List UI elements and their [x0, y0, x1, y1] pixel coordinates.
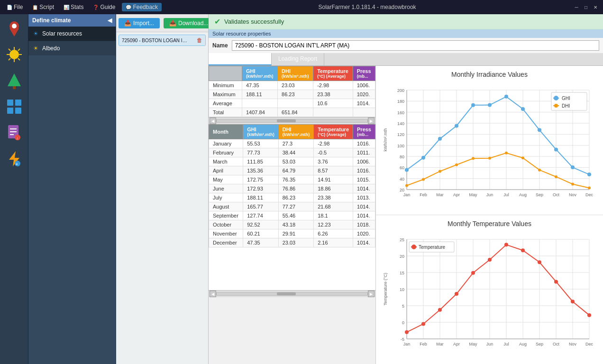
svg-text:May: May: [469, 192, 477, 197]
summary-table: GHI (kWh/m².mth) DHI (kWh/m².mth) Temper…: [209, 66, 375, 117]
sidebar-icon-bolt[interactable]: ≡: [2, 147, 26, 171]
scroll-right-btn-bottom[interactable]: ▶: [368, 291, 375, 297]
th-pres-label: Press: [357, 68, 371, 74]
scrollbar-thumb-top[interactable]: [277, 119, 296, 122]
svg-point-82: [538, 128, 541, 132]
svg-line-11: [9, 58, 10, 60]
svg-point-89: [455, 164, 458, 166]
monthly-table-row: April135.3664.798.571016.: [209, 166, 375, 175]
svg-rect-16: [7, 108, 13, 114]
svg-point-2: [12, 24, 17, 28]
maximize-button[interactable]: □: [582, 3, 590, 11]
content-split: GHI (kWh/m².mth) DHI (kWh/m².mth) Temper…: [209, 66, 603, 364]
th-monthly-pres-label: Press: [357, 127, 371, 132]
svg-text:5: 5: [402, 304, 404, 309]
albedo-label: Albedo: [42, 45, 60, 52]
nav-solar-resources[interactable]: ☀ Solar resources: [28, 27, 116, 41]
svg-point-86: [405, 184, 408, 187]
monthly-table-row: January55.5327.3-2.981016.: [209, 139, 375, 148]
svg-text:20: 20: [400, 188, 404, 192]
svg-point-74: [405, 168, 409, 172]
svg-point-76: [438, 137, 442, 141]
sidebar-icon-tree[interactable]: [2, 69, 26, 92]
scroll-right-btn[interactable]: ▶: [368, 118, 375, 124]
resource-item-label: 725090 - BOSTON LOGAN IN...: [122, 38, 188, 43]
tab-loading-report[interactable]: Loading Report: [272, 53, 324, 65]
th-dhi-label: DHI: [282, 68, 309, 74]
collapse-icon[interactable]: ◀: [108, 17, 112, 24]
svg-text:160: 160: [397, 110, 404, 115]
monthly-table-container[interactable]: Month GHI (kWh/m².mth) DHI (kWh/m².mth): [209, 124, 375, 290]
svg-text:140: 140: [397, 121, 404, 126]
scrollbar-track-top[interactable]: [216, 119, 368, 123]
monthly-table-row: August165.7777.2721.681014.: [209, 202, 375, 211]
scrollbar-track-bottom[interactable]: [216, 292, 368, 296]
check-icon: ✔: [214, 17, 220, 26]
nav-albedo[interactable]: ☀ Albedo: [28, 41, 116, 55]
summary-table-container[interactable]: GHI (kWh/m².mth) DHI (kWh/m².mth) Temper…: [209, 66, 375, 117]
svg-text:Oct: Oct: [553, 192, 560, 197]
svg-text:Apr: Apr: [453, 342, 460, 346]
svg-text:Aug: Aug: [519, 192, 527, 197]
monthly-table-row: September127.7455.4618.11014.: [209, 211, 375, 220]
window-title: SolarFarmer 1.0.181.4 - meadowbrook: [162, 4, 573, 10]
titlebar: 📄 File 📋 Script 📊 Stats ❓ Guide 💬 Feedba…: [0, 0, 603, 14]
validates-banner: ✔ Validates successfully: [209, 14, 603, 29]
svg-text:120: 120: [397, 132, 404, 137]
window-controls: ─ □ ✕: [573, 3, 599, 11]
minimize-button[interactable]: ─: [573, 3, 580, 11]
svg-text:Mar: Mar: [436, 192, 444, 197]
sidebar-icon-sun[interactable]: [2, 43, 26, 66]
svg-text:Jul: Jul: [503, 192, 509, 197]
scroll-left-btn[interactable]: ◀: [210, 118, 216, 124]
svg-text:180: 180: [397, 99, 404, 104]
menu-stats[interactable]: 📊 Stats: [61, 3, 86, 11]
svg-text:Sep: Sep: [536, 192, 543, 197]
resource-item[interactable]: 725090 - BOSTON LOGAN IN... 🗑: [119, 35, 206, 46]
svg-point-97: [588, 186, 591, 189]
name-input[interactable]: [232, 40, 599, 51]
download-button[interactable]: 📥 Download...: [164, 18, 214, 28]
th-dhi-unit: (kWh/m².mth): [282, 74, 309, 79]
svg-point-149: [455, 292, 458, 296]
sidebar-icon-grid[interactable]: [2, 95, 26, 118]
import-button[interactable]: 📥 Import...: [119, 18, 160, 28]
svg-text:Jul: Jul: [503, 342, 509, 346]
svg-line-8: [9, 49, 10, 51]
svg-text:Jan: Jan: [403, 192, 411, 197]
th-monthly-temp-label: Temperature: [318, 127, 349, 132]
summary-table-row: Total1407.84651.84: [209, 108, 375, 117]
content-area: ✔ Validates successfully Solar resource …: [209, 14, 603, 364]
svg-text:Temperature: Temperature: [419, 245, 446, 250]
scrollbar-thumb-bottom[interactable]: [277, 292, 296, 295]
sidebar: ↓ ≡: [0, 14, 28, 364]
delete-icon[interactable]: 🗑: [197, 37, 202, 44]
menu-feedback[interactable]: 💬 Feedback: [122, 3, 162, 11]
svg-text:Jan: Jan: [403, 342, 411, 346]
scrollbar-bottom[interactable]: ◀ ▶: [209, 290, 375, 297]
scroll-left-btn-bottom[interactable]: ◀: [210, 291, 216, 297]
svg-text:40: 40: [400, 177, 404, 182]
svg-point-87: [422, 178, 425, 181]
svg-point-88: [439, 170, 441, 173]
svg-text:Apr: Apr: [453, 192, 460, 197]
import-icon: 📥: [124, 20, 131, 27]
sidebar-icon-document[interactable]: ↓: [2, 121, 26, 145]
svg-point-146: [405, 330, 409, 334]
svg-rect-17: [15, 108, 21, 114]
monthly-table: Month GHI (kWh/m².mth) DHI (kWh/m².mth): [209, 124, 375, 247]
menu-script[interactable]: 📋 Script: [29, 3, 57, 11]
sidebar-icon-location[interactable]: [2, 17, 26, 40]
temperature-chart-title: Monthly Temperature Values: [381, 220, 598, 228]
irradiance-chart-title: Monthly Irradiance Values: [381, 71, 598, 78]
scrollbar-top[interactable]: ◀ ▶: [209, 117, 375, 124]
svg-text:25: 25: [400, 237, 404, 242]
th-pres-unit: (mb...: [357, 74, 371, 79]
menu-guide[interactable]: ❓ Guide: [90, 3, 118, 11]
tab-monthly-summary[interactable]: Monthly Summary: [209, 53, 272, 65]
download-icon: 📥: [169, 20, 176, 27]
svg-text:20: 20: [400, 254, 404, 259]
svg-text:Jun: Jun: [486, 342, 493, 346]
menu-file[interactable]: 📄 File: [4, 3, 26, 11]
close-button[interactable]: ✕: [592, 3, 599, 11]
